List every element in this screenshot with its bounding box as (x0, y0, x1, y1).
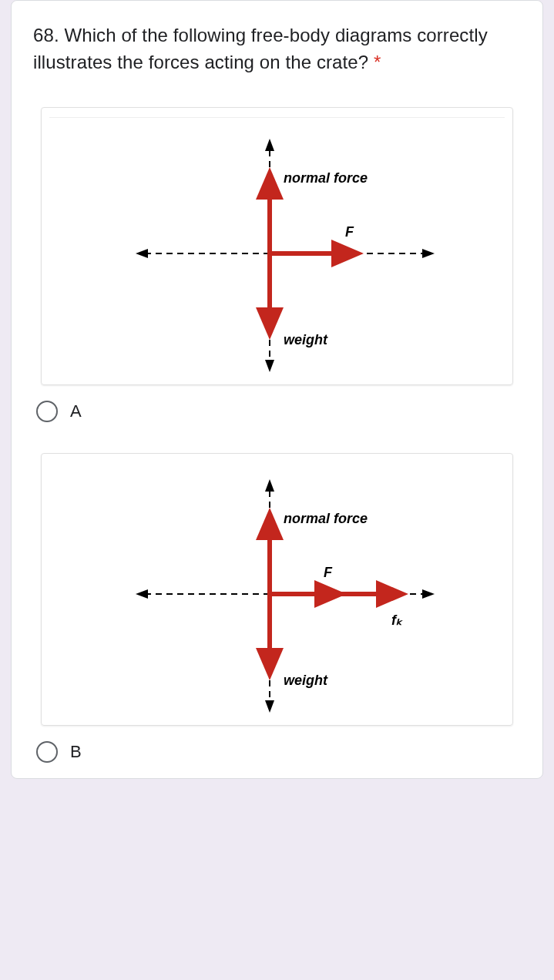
option-a-label: A (70, 401, 82, 421)
question-card: 68. Which of the following free-body dia… (11, 0, 543, 779)
label-weight-b: weight (284, 673, 328, 688)
label-F-b: F (324, 565, 333, 580)
divider (49, 117, 505, 118)
free-body-diagram-b: normal force F fₖ weight (92, 463, 462, 725)
label-normal-b: normal force (284, 511, 368, 526)
option-a-radio-row[interactable]: A (33, 401, 521, 422)
option-a-block: normal force F weight A (33, 107, 521, 422)
option-b-label: B (70, 742, 82, 762)
question-text: 68. Which of the following free-body dia… (33, 22, 521, 76)
radio-a[interactable] (36, 401, 58, 422)
diagram-a-card: normal force F weight (41, 107, 513, 385)
label-fk-b: fₖ (391, 612, 403, 628)
option-b-radio-row[interactable]: B (33, 741, 521, 763)
radio-b[interactable] (36, 741, 58, 763)
label-F-a: F (345, 224, 354, 240)
free-body-diagram-a: normal force F weight (92, 123, 462, 384)
option-b-block: normal force F fₖ weight B (33, 453, 521, 763)
label-normal-a: normal force (284, 170, 368, 186)
question-body: 68. Which of the following free-body dia… (33, 25, 488, 72)
diagram-b-card: normal force F fₖ weight (41, 453, 513, 726)
required-asterisk: * (374, 52, 381, 72)
label-weight-a: weight (284, 332, 328, 347)
